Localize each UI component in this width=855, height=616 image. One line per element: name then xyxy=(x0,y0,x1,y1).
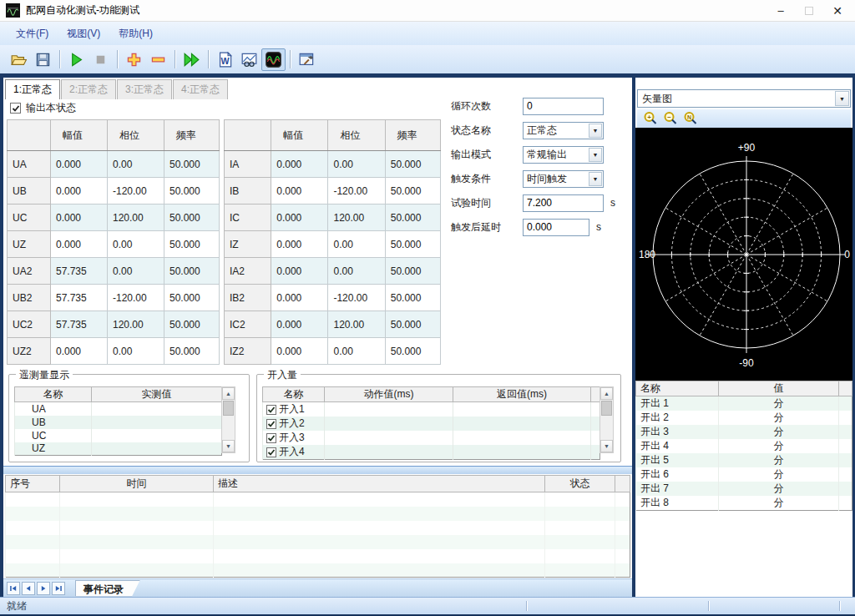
frequency-cell[interactable]: 50.000 xyxy=(164,204,220,231)
name-header[interactable]: 名称 xyxy=(263,387,325,402)
telemetry-row[interactable]: UB xyxy=(15,416,222,429)
menu-help[interactable]: 帮助(H) xyxy=(109,23,162,44)
value-header[interactable]: 值 xyxy=(719,381,839,396)
test-time-input[interactable] xyxy=(523,194,604,212)
phase-cell[interactable]: 0.00 xyxy=(108,258,164,285)
frequency-cell[interactable]: 50.000 xyxy=(385,178,440,204)
amplitude-cell[interactable]: 0.000 xyxy=(51,151,108,178)
output-mode-select[interactable]: 常规输出 ▼ xyxy=(523,146,604,164)
digital-inputs-scrollbar[interactable]: ▲ ▼ xyxy=(600,386,614,453)
tab-state-2[interactable]: 2:正常态 xyxy=(61,79,116,99)
digital-input-checkbox[interactable] xyxy=(266,447,276,457)
scrollbar-track[interactable] xyxy=(222,400,235,440)
phase-cell[interactable]: 0.00 xyxy=(328,258,385,285)
zoom-normal-button[interactable]: N xyxy=(680,110,701,127)
curve-report-button[interactable] xyxy=(237,48,261,71)
scroll-up-button[interactable]: ▲ xyxy=(600,387,613,400)
tab-event-log[interactable]: 事件记录 xyxy=(75,580,140,597)
amplitude-cell[interactable]: 0.000 xyxy=(271,285,328,311)
telemetry-row[interactable]: UC xyxy=(15,429,222,442)
phase-cell[interactable]: 0.00 xyxy=(328,151,385,178)
digital-input-row[interactable]: 开入1 xyxy=(263,402,600,417)
run-continuous-button[interactable] xyxy=(180,48,204,71)
phase-cell[interactable]: -120.00 xyxy=(328,285,385,311)
scrollbar-track[interactable] xyxy=(600,400,613,440)
name-header[interactable]: 名称 xyxy=(636,381,719,396)
frequency-cell[interactable]: 50.000 xyxy=(164,151,220,178)
frequency-cell[interactable]: 50.000 xyxy=(385,231,440,258)
amplitude-cell[interactable]: 0.000 xyxy=(51,178,108,204)
horizontal-splitter[interactable] xyxy=(3,466,632,474)
menu-view[interactable]: 视图(V) xyxy=(58,23,109,44)
telemetry-scrollbar[interactable]: ▲ ▼ xyxy=(221,386,235,453)
amplitude-cell[interactable]: 0.000 xyxy=(51,204,108,231)
state-name-select[interactable]: 正常态 ▼ xyxy=(523,122,604,139)
amplitude-cell[interactable]: 0.000 xyxy=(271,178,328,204)
description-header[interactable]: 描述 xyxy=(214,476,545,492)
phase-cell[interactable]: -120.00 xyxy=(108,285,164,311)
frequency-cell[interactable]: 50.000 xyxy=(385,151,440,178)
frequency-cell[interactable]: 50.000 xyxy=(385,204,440,231)
start-button[interactable] xyxy=(64,48,89,71)
amplitude-cell[interactable]: 0.000 xyxy=(271,311,328,338)
output-state-checkbox-row[interactable]: 输出本状态 xyxy=(10,101,76,115)
tab-state-1[interactable]: 1:正常态 xyxy=(5,79,60,99)
phase-cell[interactable]: 120.00 xyxy=(108,311,164,338)
amplitude-cell[interactable]: 57.735 xyxy=(51,285,108,311)
phase-cell[interactable]: -120.00 xyxy=(108,178,164,204)
waveform-display-button[interactable] xyxy=(261,48,286,71)
action-value-header[interactable]: 动作值(ms) xyxy=(325,387,453,402)
amplitude-cell[interactable]: 0.000 xyxy=(271,258,328,285)
frequency-cell[interactable]: 50.000 xyxy=(164,338,220,365)
test-tool-button[interactable] xyxy=(295,48,319,71)
phase-cell[interactable]: 0.00 xyxy=(328,338,385,365)
frequency-cell[interactable]: 50.000 xyxy=(385,285,440,311)
first-page-button[interactable] xyxy=(7,582,20,595)
stop-button[interactable] xyxy=(89,48,113,71)
name-header[interactable]: 名称 xyxy=(15,387,92,402)
chevron-down-icon[interactable]: ▼ xyxy=(835,91,849,106)
scrollbar-thumb[interactable] xyxy=(601,401,612,416)
amplitude-cell[interactable]: 57.735 xyxy=(51,311,108,338)
loop-count-input[interactable] xyxy=(523,98,604,115)
frequency-cell[interactable]: 50.000 xyxy=(164,285,220,311)
last-page-button[interactable] xyxy=(52,582,65,595)
chevron-down-icon[interactable]: ▼ xyxy=(589,124,602,138)
index-header[interactable]: 序号 xyxy=(6,476,60,492)
frequency-cell[interactable]: 50.000 xyxy=(385,258,440,285)
menu-file[interactable]: 文件(F) xyxy=(7,23,58,44)
digital-input-row[interactable]: 开入3 xyxy=(263,431,600,445)
scroll-up-button[interactable]: ▲ xyxy=(222,387,235,400)
phase-cell[interactable]: 0.00 xyxy=(108,231,164,258)
trigger-condition-select[interactable]: 时间触发 ▼ xyxy=(523,170,604,188)
frequency-cell[interactable]: 50.000 xyxy=(164,178,220,204)
next-page-button[interactable] xyxy=(37,582,50,595)
scrollbar-thumb[interactable] xyxy=(223,401,234,416)
save-button[interactable] xyxy=(31,48,55,71)
maximize-button[interactable] xyxy=(795,1,823,21)
frequency-cell[interactable]: 50.000 xyxy=(385,311,440,338)
frequency-cell[interactable]: 50.000 xyxy=(385,338,440,365)
digital-input-checkbox[interactable] xyxy=(266,433,276,443)
phase-cell[interactable]: 0.00 xyxy=(108,151,164,178)
post-trigger-delay-input[interactable] xyxy=(523,219,589,236)
digital-input-row[interactable]: 开入4 xyxy=(263,445,600,460)
phase-cell[interactable]: 0.00 xyxy=(328,231,385,258)
amplitude-cell[interactable]: 0.000 xyxy=(271,151,328,178)
digital-input-checkbox[interactable] xyxy=(266,405,276,415)
amplitude-cell[interactable]: 0.000 xyxy=(271,204,328,231)
scroll-down-button[interactable]: ▼ xyxy=(222,440,235,452)
output-state-checkbox[interactable] xyxy=(10,103,21,114)
chevron-down-icon[interactable]: ▼ xyxy=(589,172,602,186)
remove-state-button[interactable] xyxy=(146,48,170,71)
zoom-out-button[interactable]: − xyxy=(660,110,680,127)
digital-input-checkbox[interactable] xyxy=(266,419,276,429)
previous-page-button[interactable] xyxy=(22,582,35,595)
chevron-down-icon[interactable]: ▼ xyxy=(589,148,602,162)
close-button[interactable]: ✕ xyxy=(823,1,852,21)
phase-cell[interactable]: 0.00 xyxy=(108,338,164,365)
frequency-cell[interactable]: 50.000 xyxy=(164,258,220,285)
amplitude-cell[interactable]: 0.000 xyxy=(271,231,328,258)
amplitude-cell[interactable]: 57.735 xyxy=(51,258,108,285)
time-header[interactable]: 时间 xyxy=(60,476,214,492)
